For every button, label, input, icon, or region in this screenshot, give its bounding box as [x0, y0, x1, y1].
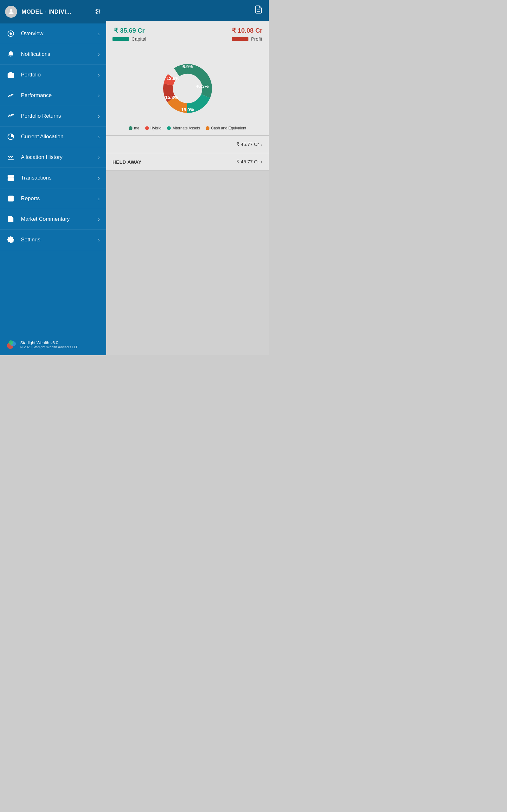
current-allocation-icon	[6, 132, 15, 141]
profit-label: Profit	[251, 36, 262, 42]
app-logo	[6, 339, 16, 350]
legend-label-hybrid: Hybrid	[151, 126, 162, 131]
legend-label-cash: Cash and Equivalent	[211, 126, 246, 131]
portfolio-row-1-amount: ₹ 45.77 Cr	[236, 142, 259, 147]
chevron-icon-market-commentary: ›	[98, 216, 100, 223]
profit-label-row: Profit	[232, 36, 262, 42]
sidebar-item-settings[interactable]: Settings ›	[0, 230, 106, 250]
svg-rect-9	[8, 179, 14, 181]
legend-label-fixed-income: me	[134, 126, 139, 131]
legend-label-alternate: Alternate Assets	[172, 126, 200, 131]
sidebar-item-label-settings: Settings	[21, 237, 92, 243]
sidebar-item-market-commentary[interactable]: Market Commentary ›	[0, 209, 106, 230]
sidebar-item-performance[interactable]: Performance ›	[0, 85, 106, 106]
sidebar-header: MODEL - INDIVI... ⚙	[0, 0, 106, 23]
legend-item-alternate: Alternate Assets	[167, 126, 200, 131]
report-icon[interactable]	[254, 5, 263, 16]
performance-icon	[6, 91, 15, 100]
portfolio-returns-icon	[6, 112, 15, 120]
sidebar-item-reports[interactable]: Reports ›	[0, 189, 106, 209]
capital-amount: ₹ 35.69 Cr	[114, 27, 145, 34]
portfolio-icon	[6, 70, 15, 79]
sidebar-item-allocation-history[interactable]: Allocation History ›	[0, 147, 106, 168]
svg-point-0	[10, 9, 12, 12]
sidebar-nav: Overview › Notifications ›	[0, 23, 106, 334]
donut-chart: 46.3% 19.0% 15.3% 12.6% 6.9%	[153, 54, 222, 123]
portfolio-row-1[interactable]: ₹ 45.77 Cr ›	[106, 136, 269, 153]
svg-point-2	[9, 32, 12, 35]
legend-dot-cash	[206, 126, 210, 130]
sidebar-item-label-portfolio: Portfolio	[21, 72, 92, 78]
sidebar-item-label-portfolio-returns: Portfolio Returns	[21, 113, 92, 119]
chevron-icon-reports: ›	[98, 195, 100, 202]
svg-text:6.9%: 6.9%	[182, 64, 193, 69]
sidebar: MODEL - INDIVI... ⚙ Overview › Notif	[0, 0, 106, 355]
legend-dot-fixed-income	[129, 126, 132, 130]
sidebar-item-overview[interactable]: Overview ›	[0, 23, 106, 44]
sidebar-item-current-allocation[interactable]: Current Allocation ›	[0, 126, 106, 147]
chevron-held-away: ›	[261, 159, 262, 164]
sidebar-item-label-transactions: Transactions	[21, 175, 92, 181]
profit-amount: ₹ 10.08 Cr	[232, 27, 262, 34]
chevron-row-1: ›	[261, 142, 262, 147]
chevron-icon-notifications: ›	[98, 51, 100, 58]
avatar	[5, 6, 17, 18]
copyright: © 2020 Starlight Wealth Advisors LLP	[20, 345, 78, 349]
chart-section: 46.3% 19.0% 15.3% 12.6% 6.9% me Hybrid A…	[106, 50, 269, 136]
app-name: Starlight Wealth v6.0	[20, 340, 78, 345]
sidebar-item-portfolio-returns[interactable]: Portfolio Returns ›	[0, 106, 106, 126]
capital-label: Capital	[131, 36, 147, 42]
sidebar-item-portfolio[interactable]: Portfolio ›	[0, 65, 106, 85]
profit-bar	[232, 37, 248, 41]
svg-point-20	[9, 340, 13, 345]
svg-text:15.3%: 15.3%	[165, 95, 178, 100]
held-away-value: ₹ 45.77 Cr ›	[236, 159, 262, 165]
capital-section: ₹ 35.69 Cr Capital	[112, 27, 147, 42]
svg-rect-8	[8, 175, 14, 177]
sidebar-item-label-reports: Reports	[21, 195, 92, 202]
capital-label-row: Capital	[112, 36, 147, 42]
capital-bar	[112, 37, 129, 41]
chevron-icon-overview: ›	[98, 31, 100, 37]
chevron-icon-settings: ›	[98, 237, 100, 243]
settings-icon	[6, 235, 15, 244]
legend-item-cash: Cash and Equivalent	[206, 126, 246, 131]
bell-icon	[6, 50, 15, 59]
chevron-icon-portfolio: ›	[98, 72, 100, 78]
sidebar-item-label-market-commentary: Market Commentary	[21, 216, 92, 222]
chevron-icon-allocation-history: ›	[98, 154, 100, 161]
top-bar	[106, 0, 269, 21]
gear-icon[interactable]: ⚙	[95, 8, 101, 16]
chart-legend: me Hybrid Alternate Assets Cash and Equi…	[129, 126, 246, 131]
overview-icon	[6, 29, 15, 38]
sidebar-footer: Starlight Wealth v6.0 © 2020 Starlight W…	[0, 334, 106, 355]
footer-text: Starlight Wealth v6.0 © 2020 Starlight W…	[20, 340, 78, 349]
portfolio-summary: ₹ 35.69 Cr Capital ₹ 10.08 Cr Profit	[106, 21, 269, 50]
chevron-icon-transactions: ›	[98, 175, 100, 182]
portfolio-row-held-away[interactable]: HELD AWAY ₹ 45.77 Cr ›	[106, 153, 269, 171]
market-commentary-icon	[6, 215, 15, 223]
main-content: ₹ 35.69 Cr Capital ₹ 10.08 Cr Profit	[106, 0, 269, 355]
held-away-amount: ₹ 45.77 Cr	[236, 159, 259, 165]
sidebar-item-label-performance: Performance	[21, 92, 92, 99]
sidebar-item-notifications[interactable]: Notifications ›	[0, 44, 106, 65]
portfolio-values: ₹ 35.69 Cr Capital ₹ 10.08 Cr Profit	[112, 27, 262, 42]
sidebar-item-transactions[interactable]: Transactions ›	[0, 168, 106, 189]
legend-item-fixed-income: me	[129, 126, 139, 131]
profit-section: ₹ 10.08 Cr Profit	[232, 27, 262, 42]
header-title: MODEL - INDIVI...	[21, 9, 90, 15]
transactions-icon	[6, 173, 15, 183]
svg-text:46.3%: 46.3%	[195, 84, 209, 89]
legend-dot-hybrid	[145, 126, 149, 130]
allocation-history-icon	[6, 153, 15, 162]
svg-text:12.6%: 12.6%	[166, 76, 179, 81]
portfolio-row-1-value: ₹ 45.77 Cr ›	[236, 142, 262, 147]
svg-text:19.0%: 19.0%	[181, 107, 194, 112]
sidebar-item-label-current-allocation: Current Allocation	[21, 134, 92, 140]
legend-item-hybrid: Hybrid	[145, 126, 162, 131]
chevron-icon-performance: ›	[98, 92, 100, 99]
sidebar-item-label-notifications: Notifications	[21, 51, 92, 57]
chevron-icon-portfolio-returns: ›	[98, 113, 100, 119]
held-away-label: HELD AWAY	[112, 159, 142, 165]
sidebar-item-label-allocation-history: Allocation History	[21, 154, 92, 160]
